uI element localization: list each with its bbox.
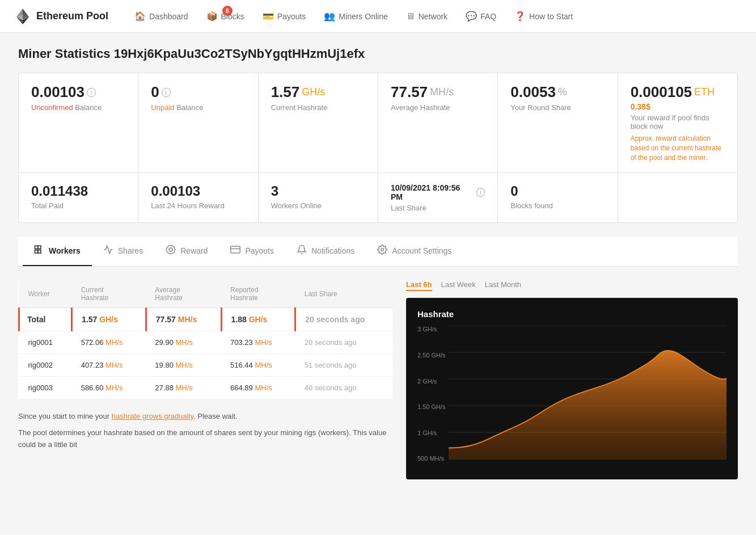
nav-howto[interactable]: ❓ How to Start <box>506 0 581 33</box>
total-average: 77.57 MH/s <box>146 308 221 331</box>
blocks-icon: 📦 <box>206 11 218 22</box>
svg-rect-7 <box>38 246 41 249</box>
shares-tab-icon <box>103 245 113 257</box>
reward-tab-icon <box>166 245 176 257</box>
row2-lastshare: 51 seconds ago <box>295 354 392 377</box>
last24-value: 0.00103 <box>151 183 245 199</box>
tab-bar: Workers Shares Reward Payouts Notificati… <box>18 237 738 267</box>
svg-rect-12 <box>231 246 240 253</box>
nav-blocks[interactable]: 📦 Blocks 8 <box>198 0 252 33</box>
y-label-3: 1.50 GH/s <box>417 403 446 410</box>
stat-current-hashrate: 1.57 GH/s Current Hashrate <box>259 73 378 172</box>
stat-avg-hashrate: 77.57 MH/s Average Hashrate <box>378 73 498 172</box>
blocks-found-label: Blocks found <box>510 201 605 210</box>
tab-payouts[interactable]: Payouts <box>219 237 285 266</box>
tab-shares[interactable]: Shares <box>92 237 154 266</box>
main-nav: 🏠 Dashboard 📦 Blocks 8 💳 Payouts 👥 Miner… <box>126 0 742 33</box>
tab-notifications-label: Notifications <box>311 246 354 255</box>
page-title: Miner Statistics 19Hxj6KpaUu3Co2TSyNbYgq… <box>18 47 738 61</box>
tab-shares-label: Shares <box>118 246 143 255</box>
row1-reported: 703.23 MH/s <box>221 331 295 354</box>
workers-table-section: Worker CurrentHashrate AverageHashrate R… <box>18 280 392 479</box>
tab-workers[interactable]: Workers <box>23 237 92 266</box>
reward-unit: ETH <box>694 86 715 98</box>
stat-workers: 3 Workers Online <box>259 173 378 222</box>
table-row: rig0002 407.23 MH/s 19.80 MH/s 516.44 MH… <box>19 354 393 377</box>
tab-account[interactable]: Account Settings <box>366 237 463 266</box>
unpaid-label-rest: Balance <box>176 103 203 112</box>
logo-text: Ethereum Pool <box>36 10 108 22</box>
time-tab-week[interactable]: Last Week <box>441 280 476 291</box>
total-average-unit: MH/s <box>178 315 197 324</box>
row2-name: rig0002 <box>19 354 72 377</box>
table-row: rig0003 586.60 MH/s 27.88 MH/s 664.89 MH… <box>19 377 393 399</box>
y-label-0: 3 GH/s <box>417 326 446 332</box>
nav-miners[interactable]: 👥 Miners Online <box>316 0 395 33</box>
row2-current-unit: MH/s <box>105 361 123 369</box>
total-paid-value: 0.011438 <box>31 183 125 199</box>
nav-payouts-label: Payouts <box>277 12 306 21</box>
nav-howto-label: How to Start <box>529 12 573 21</box>
reward-value: 0.000105 <box>631 83 692 101</box>
stat-round-share: 0.0053 % Your Round Share <box>498 73 618 172</box>
reward-usd: 0.38$ <box>631 102 725 111</box>
stats-section: 0.00103 i Unconfirmed Balance 0 i Unpaid… <box>18 73 738 223</box>
table-header-row: Worker CurrentHashrate AverageHashrate R… <box>19 280 393 308</box>
row3-lastshare: 40 seconds ago <box>295 377 392 399</box>
unconfirmed-value: 0.00103 <box>31 83 85 101</box>
row1-lastshare: 20 seconds ago <box>295 331 392 354</box>
worker-table: Worker CurrentHashrate AverageHashrate R… <box>18 280 392 399</box>
logo[interactable]: Ethereum Pool <box>14 7 108 26</box>
round-share-unit: % <box>558 86 567 98</box>
last-share-info-icon[interactable]: i <box>476 188 485 197</box>
nav-miners-label: Miners Online <box>339 12 387 21</box>
workers-tab-icon <box>34 245 44 257</box>
hashrate-link[interactable]: hashrate grows gradually <box>112 412 193 420</box>
miners-icon: 👥 <box>324 11 335 22</box>
round-share-label: Your Round Share <box>510 103 605 112</box>
row1-average: 29.90 MH/s <box>146 331 221 354</box>
th-reported: ReportedHashrate <box>221 280 295 308</box>
chart-title: Hashrate <box>417 309 727 319</box>
total-name: Total <box>19 308 72 331</box>
time-tab-6h[interactable]: Last 6h <box>406 280 432 291</box>
time-tab-month[interactable]: Last Month <box>485 280 521 291</box>
time-tab-bar: Last 6h Last Week Last Month <box>406 280 521 291</box>
y-label-2: 2 GH/s <box>417 378 446 385</box>
unpaid-info-icon[interactable]: i <box>162 88 171 97</box>
current-hashrate-unit: GH/s <box>302 86 325 98</box>
svg-rect-6 <box>35 246 38 249</box>
row2-reported-unit: MH/s <box>255 361 272 369</box>
row2-current: 407.23 MH/s <box>72 354 146 377</box>
total-lastshare: 20 seconds ago <box>295 308 392 331</box>
hashrate-chart: Hashrate 3 GH/s 2.50 GH/s 2 GH/s 1.50 GH… <box>406 298 738 479</box>
chart-section: Last 6h Last Week Last Month Hashrate 3 … <box>406 280 738 479</box>
tab-reward-label: Reward <box>180 246 208 255</box>
stat-blocks-found: 0 Blocks found <box>498 173 618 222</box>
svg-rect-9 <box>38 250 41 253</box>
stat-unpaid: 0 i Unpaid Balance <box>138 73 258 172</box>
unconfirmed-info-icon[interactable]: i <box>87 88 96 97</box>
payouts-icon: 💳 <box>263 11 274 22</box>
nav-faq[interactable]: 💬 FAQ <box>458 0 504 33</box>
reward-note: Approx. reward calculation based on the … <box>631 134 725 162</box>
nav-network[interactable]: 🖥 Network <box>398 0 455 33</box>
unconfirmed-label-highlight: Unconfirmed <box>31 103 73 112</box>
th-average: AverageHashrate <box>146 280 221 308</box>
current-hashrate-value: 1.57 <box>271 83 300 101</box>
dashboard-icon: 🏠 <box>134 11 146 22</box>
total-current: 1.57 GH/s <box>72 308 146 331</box>
y-label-1: 2.50 GH/s <box>417 352 446 359</box>
nav-payouts[interactable]: 💳 Payouts <box>255 0 314 33</box>
unpaid-value: 0 <box>151 83 159 101</box>
nav-dashboard[interactable]: 🏠 Dashboard <box>126 0 196 33</box>
nav-faq-label: FAQ <box>480 12 496 21</box>
howto-icon: ❓ <box>514 11 526 22</box>
tab-reward[interactable]: Reward <box>154 237 219 266</box>
row2-reported: 516.44 MH/s <box>221 354 295 377</box>
stat-last24: 0.00103 Last 24 Hours Reward <box>138 173 258 222</box>
row1-average-unit: MH/s <box>176 338 193 347</box>
row3-average: 27.88 MH/s <box>146 377 221 399</box>
row1-name: rig0001 <box>19 331 72 354</box>
tab-notifications[interactable]: Notifications <box>285 237 366 266</box>
